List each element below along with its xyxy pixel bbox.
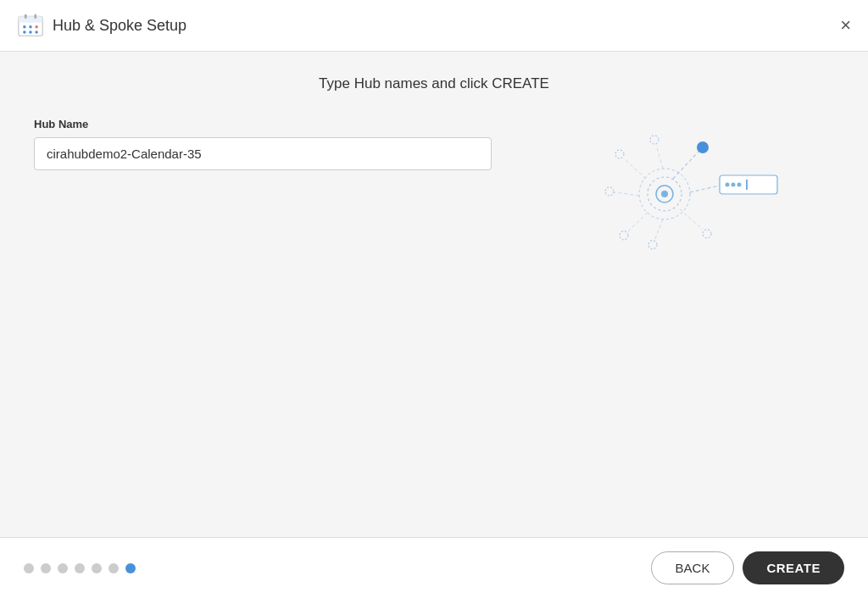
svg-line-16 [656, 145, 663, 169]
svg-rect-9 [34, 14, 36, 19]
dot-3 [58, 563, 68, 573]
hub-spoke-illustration [563, 101, 800, 270]
svg-point-2 [23, 25, 26, 29]
svg-line-30 [614, 192, 639, 196]
hub-name-input[interactable] [34, 137, 492, 170]
svg-point-22 [737, 183, 742, 187]
svg-rect-1 [19, 16, 42, 22]
progress-dots [24, 563, 136, 573]
svg-line-26 [654, 219, 663, 241]
svg-point-20 [726, 183, 730, 187]
close-button[interactable]: × [840, 16, 851, 35]
create-button[interactable]: CREATE [743, 551, 844, 584]
svg-point-21 [732, 183, 736, 187]
dialog-title: Hub & Spoke Setup [53, 17, 186, 35]
dot-7-active [125, 563, 136, 573]
svg-point-25 [703, 230, 711, 238]
dialog-container: Hub & Spoke Setup × Type Hub names and c… [0, 0, 868, 598]
calendar-icon [17, 12, 44, 39]
svg-line-14 [673, 152, 698, 179]
svg-point-3 [29, 25, 32, 29]
svg-point-31 [605, 187, 614, 196]
svg-point-27 [648, 241, 657, 249]
svg-point-15 [697, 141, 709, 153]
form-left: Hub Name [34, 118, 492, 170]
svg-point-13 [661, 191, 668, 197]
header-left: Hub & Spoke Setup [17, 12, 186, 39]
dot-2 [41, 563, 51, 573]
dot-5 [92, 563, 102, 573]
dialog-header: Hub & Spoke Setup × [0, 0, 868, 52]
svg-line-24 [680, 209, 703, 230]
svg-point-17 [650, 136, 659, 144]
main-content: Type Hub names and click CREATE Hub Name [0, 52, 868, 537]
svg-point-5 [23, 30, 26, 34]
dialog-footer: BACK CREATE [0, 537, 868, 598]
svg-point-6 [29, 30, 32, 34]
svg-point-4 [35, 25, 38, 29]
footer-buttons: BACK CREATE [651, 551, 844, 584]
svg-line-28 [627, 213, 648, 232]
dot-4 [75, 563, 85, 573]
svg-line-18 [690, 185, 720, 192]
back-button[interactable]: BACK [651, 551, 735, 584]
svg-rect-8 [25, 14, 27, 19]
svg-point-7 [35, 30, 38, 34]
svg-point-33 [615, 150, 624, 158]
form-area: Hub Name [34, 118, 834, 270]
hub-name-label: Hub Name [34, 118, 492, 130]
svg-point-29 [620, 231, 628, 240]
dot-6 [108, 563, 119, 573]
dot-1 [24, 563, 34, 573]
svg-line-32 [624, 158, 646, 179]
